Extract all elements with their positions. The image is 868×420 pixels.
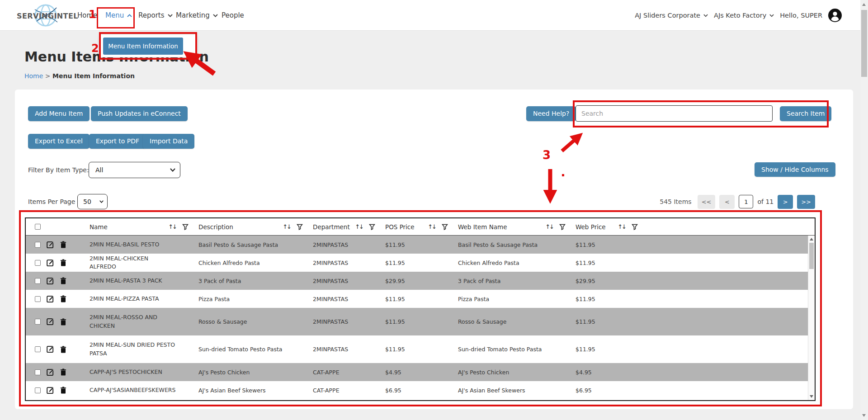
column-header-web-item-name: Web Item Name <box>458 223 507 231</box>
row-checkbox[interactable] <box>35 346 41 352</box>
scroll-down-icon[interactable] <box>862 414 866 417</box>
scroll-down-icon[interactable] <box>810 395 813 398</box>
item-type-select[interactable]: All <box>89 162 180 178</box>
export-pdf-button[interactable]: Export to PDF <box>89 134 146 149</box>
filter-funnel-icon[interactable] <box>297 224 303 230</box>
table-row[interactable]: CAPP-AJ'SASIANBEEFSKEWERS AJ's Asian Bee… <box>26 381 815 399</box>
edit-icon[interactable] <box>47 368 54 376</box>
sort-icon[interactable]: ↑↓ <box>618 223 626 230</box>
pagination: 545 Items << < of 11 > >> <box>660 194 815 209</box>
sort-icon[interactable]: ↑↓ <box>168 223 176 230</box>
nav-item-people-label: People <box>222 11 244 19</box>
page-scrollbar-thumb[interactable] <box>861 10 867 77</box>
menu-items-table: Name ↑↓ Description ↑↓ Department ↑↓ POS… <box>25 217 816 401</box>
row-checkbox[interactable] <box>35 242 41 248</box>
push-updates-button[interactable]: Push Updates in eConnect <box>91 106 188 121</box>
menu-dropdown-panel: Menu Item Information <box>100 34 196 57</box>
row-checkbox[interactable] <box>35 319 41 325</box>
search-input[interactable] <box>576 105 773 122</box>
table-scrollbar[interactable] <box>808 236 815 400</box>
company-name: AJ Sliders Corporate <box>635 12 700 19</box>
select-all-checkbox[interactable] <box>35 224 41 230</box>
scroll-up-icon[interactable] <box>810 238 813 241</box>
nav-item-reports[interactable]: Reports <box>138 11 173 19</box>
filter-funnel-icon[interactable] <box>559 224 566 230</box>
trash-icon[interactable] <box>60 259 66 266</box>
pagination-of-label: of 11 <box>757 198 774 205</box>
filter-funnel-icon[interactable] <box>369 224 375 230</box>
edit-icon[interactable] <box>47 259 54 267</box>
edit-icon[interactable] <box>47 277 54 285</box>
edit-icon[interactable] <box>47 241 54 249</box>
edit-icon[interactable] <box>47 345 54 353</box>
account-cluster: AJ Sliders Corporate AJs Keto Factory He… <box>635 0 842 31</box>
sort-icon[interactable]: ↑↓ <box>355 223 363 230</box>
top-navbar: SERVINGINTEL Home Menu Reports Marketing… <box>0 0 868 31</box>
edit-icon[interactable] <box>47 295 54 303</box>
export-excel-button[interactable]: Export to Excel <box>28 134 90 149</box>
table-row[interactable]: CAPP-AJ'S PESTOCHICKEN AJ's Pesto Chicke… <box>26 363 815 381</box>
item-type-select-value: All <box>89 166 103 174</box>
filter-funnel-icon[interactable] <box>442 224 448 230</box>
table-row[interactable]: 2MIN MEAL-ROSSO AND CHICKEN Rosso & Saus… <box>26 308 815 335</box>
show-hide-columns-button[interactable]: Show / Hide Columns <box>755 162 835 177</box>
company-selector[interactable]: AJ Sliders Corporate <box>635 12 708 19</box>
table-scrollbar-thumb[interactable] <box>809 243 814 269</box>
breadcrumb-home-link[interactable]: Home <box>24 72 43 80</box>
items-per-page-label: Items Per Page <box>28 198 75 205</box>
trash-icon[interactable] <box>60 295 66 302</box>
trash-icon[interactable] <box>60 318 66 326</box>
page-scrollbar[interactable] <box>860 0 868 420</box>
nav-item-reports-label: Reports <box>138 11 165 19</box>
table-body: 2MIN MEAL-BASIL PESTO Basil Pesto & Saus… <box>26 236 815 399</box>
pagination-first-button[interactable]: << <box>698 195 716 209</box>
pagination-prev-button[interactable]: < <box>719 195 735 209</box>
nav-item-menu[interactable]: Menu <box>105 11 132 19</box>
pagination-last-button[interactable]: >> <box>797 195 815 209</box>
sort-icon[interactable]: ↑↓ <box>283 223 291 230</box>
content-card: Add Menu Item Push Updates in eConnect N… <box>15 90 853 409</box>
need-help-button[interactable]: Need Help? <box>526 106 576 121</box>
edit-icon[interactable] <box>47 318 54 326</box>
user-avatar-icon[interactable] <box>828 9 842 22</box>
edit-icon[interactable] <box>47 387 54 394</box>
table-row[interactable]: 2MIN MEAL-PASTA 3 PACK 3 Pack of Pasta 2… <box>26 272 815 290</box>
search-item-button[interactable]: Search Item <box>780 106 831 121</box>
pagination-next-button[interactable]: > <box>778 195 793 209</box>
row-checkbox[interactable] <box>35 260 41 266</box>
location-selector[interactable]: AJs Keto Factory <box>714 12 774 19</box>
trash-icon[interactable] <box>60 387 66 394</box>
nav-item-home[interactable]: Home <box>77 11 97 19</box>
chevron-down-icon <box>99 200 104 203</box>
column-header-name: Name <box>90 223 108 231</box>
table-row[interactable]: 2MIN MEAL-SUN DRIED PESTO PATSA Sun-drie… <box>26 335 815 363</box>
chevron-down-icon <box>213 14 218 17</box>
row-checkbox[interactable] <box>35 296 41 302</box>
sort-icon[interactable]: ↑↓ <box>545 223 553 230</box>
table-row[interactable]: 2MIN MEAL-PIZZA PASTA Pizza Pasta 2MINPA… <box>26 290 815 308</box>
nav-item-marketing[interactable]: Marketing <box>176 11 218 19</box>
user-greeting: Hello, SUPER <box>780 12 822 19</box>
items-per-page-select[interactable]: 50 <box>77 194 108 209</box>
table-row[interactable]: 2MIN MEAL-CHICKEN ALFREDO Chicken Alfred… <box>26 254 815 272</box>
pagination-total: 545 Items <box>660 198 691 205</box>
add-menu-item-button[interactable]: Add Menu Item <box>28 106 90 121</box>
menu-dropdown-item-menu-item-information[interactable]: Menu Item Information <box>103 38 183 55</box>
import-data-button[interactable]: Import Data <box>143 134 194 149</box>
trash-icon[interactable] <box>60 368 66 376</box>
row-checkbox[interactable] <box>35 387 41 393</box>
trash-icon[interactable] <box>60 346 66 353</box>
sort-icon[interactable]: ↑↓ <box>428 223 436 230</box>
row-checkbox[interactable] <box>35 369 41 375</box>
nav-item-people[interactable]: People <box>222 11 244 19</box>
chevron-down-icon <box>168 14 173 17</box>
filter-funnel-icon[interactable] <box>632 224 638 230</box>
filter-funnel-icon[interactable] <box>182 224 189 230</box>
table-row[interactable]: 2MIN MEAL-BASIL PESTO Basil Pesto & Saus… <box>26 236 815 254</box>
pagination-page-input[interactable] <box>739 195 753 208</box>
scroll-up-icon[interactable] <box>862 3 866 6</box>
column-header-web-price: Web Price <box>576 223 606 231</box>
trash-icon[interactable] <box>60 241 66 248</box>
row-checkbox[interactable] <box>35 278 41 284</box>
trash-icon[interactable] <box>60 277 66 284</box>
